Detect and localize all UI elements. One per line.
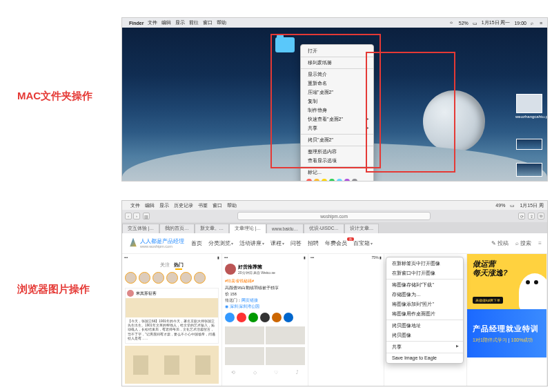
menubar-item[interactable]: 窗口 (203, 19, 213, 26)
story-avatar[interactable] (152, 272, 164, 284)
browser-tab[interactable]: 交互体验 |… (122, 224, 159, 233)
reaction-avatar[interactable] (272, 313, 282, 322)
ctx-share[interactable]: 共享 (386, 342, 463, 352)
menubar-item[interactable]: 历史记录 (174, 202, 193, 209)
story-avatar[interactable] (180, 272, 192, 284)
promo-banner-2[interactable]: 产品经理就业特训 1对1陪伴式学习 | 100%成功 (467, 309, 546, 357)
menubar-time[interactable]: 19:00 (514, 21, 526, 26)
story-avatar[interactable] (139, 272, 150, 284)
feed-gallery[interactable] (125, 346, 219, 384)
reaction-avatar[interactable] (260, 313, 270, 322)
image-grid[interactable] (222, 325, 308, 346)
reaction-avatar[interactable] (284, 313, 293, 322)
share-button[interactable]: ⇪ (528, 213, 535, 219)
hashtag[interactable]: #特卖省钱秘籍# (222, 277, 308, 285)
reaction-avatar[interactable] (225, 313, 235, 322)
comment-icon[interactable]: ◇ (253, 370, 257, 375)
ctx-copy-image[interactable]: 拷贝图像 (386, 331, 463, 340)
tag-gray[interactable] (352, 179, 357, 182)
menubar-date[interactable]: 1月15日 周一 (482, 19, 511, 26)
forward-button[interactable]: › (133, 213, 140, 219)
reaction-avatar[interactable] (248, 313, 258, 322)
nav-membership[interactable]: 年费会员热 (325, 239, 347, 247)
ctx-set-wallpaper[interactable]: 将图像用作桌面图片 (386, 309, 463, 319)
menubar-app[interactable]: Finder (129, 21, 144, 26)
post-button[interactable]: ✎投稿 (491, 239, 509, 247)
browser-tab[interactable]: 设计文章… (344, 224, 379, 233)
menubar-item[interactable]: 显示 (159, 202, 169, 209)
user-name[interactable]: 好货推荐菌 (238, 264, 275, 271)
notification-icon[interactable]: ≡ (540, 21, 544, 26)
stories-row[interactable] (122, 270, 221, 286)
reload-button[interactable]: ⟳ (518, 213, 525, 219)
ctx-add-photos[interactable]: 将图像添加到"照片" (386, 300, 463, 309)
sidebar-button[interactable]: ▥ (143, 213, 150, 219)
nav-jobs[interactable]: 招聘 (308, 239, 319, 247)
author-name[interactable]: 米其苏征客 (136, 291, 157, 296)
battery-icon[interactable]: ▭ (473, 21, 477, 26)
nav-events[interactable]: 活动讲座 (239, 239, 264, 247)
promo-banner-1[interactable]: 做运营每天涨逸? 来做做kpi爽下单 (467, 254, 546, 309)
feed-tab-hot[interactable]: 热门 (174, 262, 184, 268)
gallery-image[interactable] (164, 355, 179, 375)
tag-blue[interactable] (337, 179, 342, 182)
gallery-image[interactable] (133, 355, 148, 375)
reaction-avatar[interactable] (237, 313, 246, 322)
ctx-save-eagle[interactable]: Save Image to Eagle (386, 354, 463, 362)
ctx-tag-colors[interactable] (301, 177, 373, 182)
feed-card[interactable]: 米其苏征客 【今天，张国立66】1901年的今天，著名京剧大师张国立先生出生。1… (125, 288, 219, 344)
feed-image[interactable] (126, 298, 218, 317)
browser-tab[interactable]: 我的首页… (159, 224, 195, 233)
menubar-item[interactable]: 文件 (148, 19, 157, 26)
post-link[interactable]: 传送门：网页链接 (222, 297, 308, 304)
ctx-open-new-tab[interactable]: 在新标签页中打开图像 (386, 259, 463, 268)
ctx-save-downloads[interactable]: 将图像存储到"下载" (386, 280, 463, 290)
back-button[interactable]: ‹ (125, 213, 132, 219)
retweet-icon[interactable]: ⟲ (231, 370, 235, 375)
search-button[interactable]: ⌕搜索 (515, 239, 531, 247)
ctx-open-new-window[interactable]: 在新窗口中打开图像 (386, 268, 463, 278)
wifi-icon[interactable]: ⌔ (450, 21, 455, 26)
tag-red[interactable] (306, 179, 312, 182)
tag-purple[interactable] (344, 179, 350, 182)
menubar-item[interactable]: 编辑 (161, 19, 171, 26)
tag-yellow[interactable] (322, 179, 327, 182)
site-logo[interactable]: 人人都是产品经理 www.woshipm.com (128, 238, 184, 249)
ctx-save-as[interactable]: 存储图像为… (386, 290, 463, 300)
menubar-item[interactable]: 显示 (175, 19, 185, 26)
menubar-item[interactable]: 帮助 (227, 202, 237, 209)
battery-icon[interactable]: ▭ (510, 203, 515, 208)
ctx-copy-address[interactable]: 拷贝图像地址 (386, 321, 463, 331)
desktop-file[interactable] (515, 139, 543, 151)
nav-courses[interactable]: 课程 (270, 239, 284, 247)
address-bar[interactable]: woshipm.com (237, 212, 431, 220)
story-avatar[interactable] (194, 272, 206, 284)
avatar[interactable] (127, 290, 134, 297)
nav-categories[interactable]: 分类浏览 (208, 239, 233, 247)
browser-tab[interactable]: 优设-UISDC… (304, 224, 344, 233)
search-icon[interactable]: ⌕ (531, 21, 535, 26)
menubar-item[interactable]: 前往 (189, 19, 199, 26)
story-avatar[interactable] (166, 272, 178, 284)
tag-orange[interactable] (314, 179, 319, 182)
menubar-item[interactable]: 文件 (130, 202, 140, 209)
avatar[interactable] (225, 264, 236, 275)
browser-tab[interactable]: 新文章。… (195, 224, 230, 233)
like-icon[interactable]: ♡ (274, 370, 278, 375)
menu-icon[interactable]: ≡ (538, 240, 542, 246)
reaction-row[interactable] (222, 310, 308, 325)
browser-tab[interactable]: www.baidu… (266, 224, 304, 233)
post-location[interactable]: ◉ 深圳·深圳湾公园 (222, 304, 308, 310)
browser-tab-active[interactable]: 文章理论 |… (229, 224, 266, 233)
nav-toolbox[interactable]: 百宝箱 (353, 239, 373, 247)
story-avatar[interactable] (125, 272, 137, 284)
nav-home[interactable]: 首页 (191, 239, 202, 247)
menubar-date[interactable]: 1月15日 周 (520, 202, 544, 209)
nav-qa[interactable]: 问答 (290, 239, 302, 247)
feed-tab-follow[interactable]: 关注 (160, 262, 170, 268)
menubar-item[interactable]: 帮助 (217, 19, 226, 26)
tabs-button[interactable]: ⧉ (538, 213, 544, 219)
menubar-item[interactable]: 窗口 (213, 202, 222, 209)
desktop-file[interactable] (515, 163, 543, 178)
menubar-item[interactable]: 书签 (198, 202, 208, 209)
